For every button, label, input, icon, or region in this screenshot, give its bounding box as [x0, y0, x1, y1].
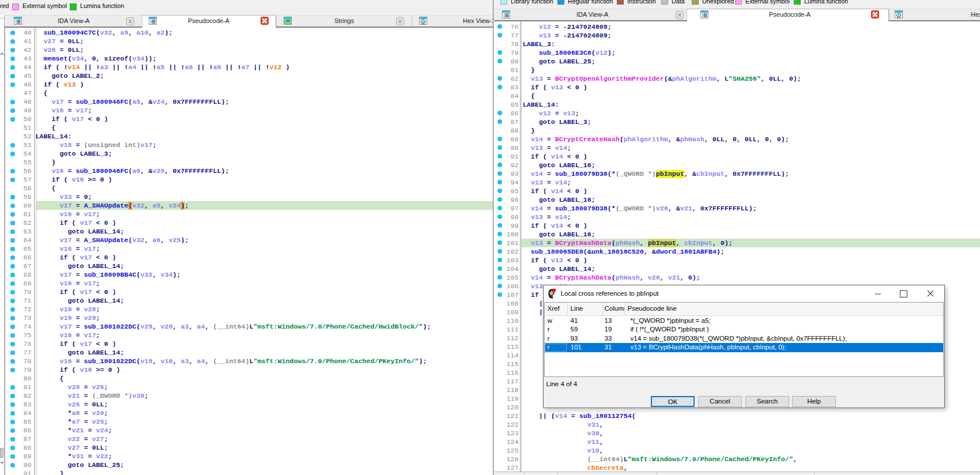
svg-text:”: ”	[287, 18, 290, 25]
